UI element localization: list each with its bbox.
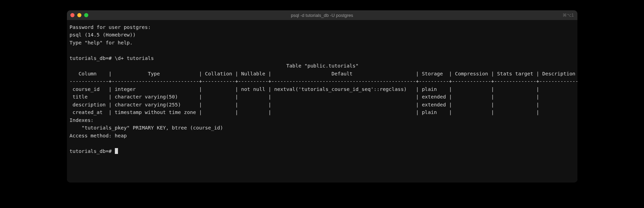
help-hint: Type "help" for help. [70, 40, 133, 45]
access-method: Access method: heap [70, 133, 127, 138]
zoom-icon[interactable] [84, 13, 88, 17]
terminal-content[interactable]: Password for user postgres: psql (14.5 (… [67, 20, 577, 183]
index-line: "tutorials_pkey" PRIMARY KEY, btree (cou… [70, 125, 223, 131]
terminal-window: psql -d tutorials_db -U postgres ⌘⌥1 Pas… [67, 10, 577, 183]
minimize-icon[interactable] [77, 13, 81, 17]
command-entered: \d+ tutorials [115, 55, 154, 61]
window-title: psql -d tutorials_db -U postgres [67, 13, 577, 18]
traffic-lights [70, 13, 88, 17]
tab-shortcut-label: ⌘⌥1 [563, 13, 574, 18]
cursor-icon [115, 148, 118, 154]
describe-table-output: Table "public.tutorials" Column | Type |… [70, 63, 577, 115]
psql-version: psql (14.5 (Homebrew)) [70, 32, 136, 38]
titlebar: psql -d tutorials_db -U postgres ⌘⌥1 [67, 10, 577, 20]
prompt: tutorials_db=# [70, 55, 112, 61]
prompt: tutorials_db=# [70, 148, 112, 154]
close-icon[interactable] [70, 13, 75, 17]
indexes-label: Indexes: [70, 117, 94, 123]
password-prompt: Password for user postgres: [70, 24, 151, 30]
